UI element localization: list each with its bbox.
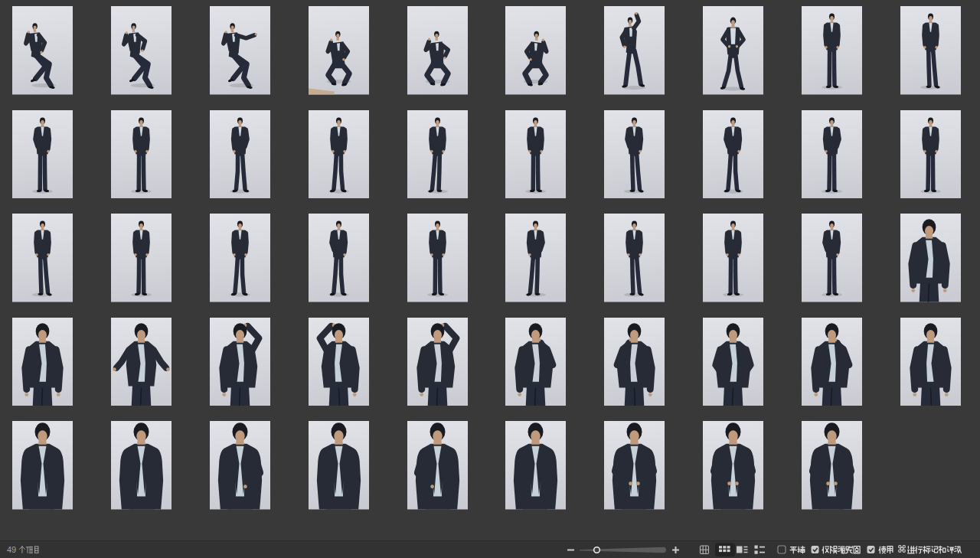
svg-text:49: 49 [7,545,16,554]
